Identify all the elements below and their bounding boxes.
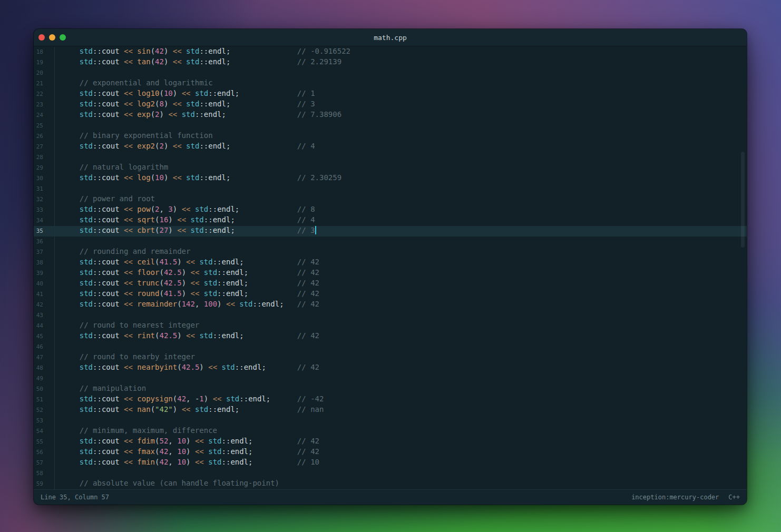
line-code: // round to nearest integer [55, 321, 199, 331]
line-number: 59 [34, 479, 55, 489]
code-line-31[interactable]: 31 [34, 184, 747, 194]
line-code: // power and root [55, 194, 155, 205]
line-code: std::cout << fmin(42, 10) << std::endl; … [55, 458, 319, 468]
line-number: 41 [34, 289, 55, 300]
code-line-41[interactable]: 41 std::cout << round(41.5) << std::endl… [34, 289, 747, 300]
line-code: std::cout << nearbyint(42.5) << std::end… [55, 363, 319, 373]
code-line-43[interactable]: 43 [34, 310, 747, 321]
code-line-18[interactable]: 18 std::cout << sin(42) << std::endl; //… [34, 47, 747, 57]
line-code: std::cout << log10(10) << std::endl; // … [55, 89, 315, 100]
code-line-37[interactable]: 37 // rounding and remainder [34, 247, 747, 258]
line-number: 39 [34, 268, 55, 279]
line-code: std::cout << sqrt(16) << std::endl; // 4 [55, 215, 315, 226]
line-code [55, 373, 62, 384]
code-line-23[interactable]: 23 std::cout << log2(8) << std::endl; //… [34, 100, 747, 110]
line-code: std::cout << remainder(142, 100) << std:… [55, 300, 319, 310]
code-line-55[interactable]: 55 std::cout << fdim(52, 10) << std::end… [34, 437, 747, 447]
line-code [55, 468, 62, 479]
line-number: 53 [34, 416, 55, 426]
line-number: 35 [34, 226, 55, 237]
line-code: std::cout << copysign(42, -1) << std::en… [55, 395, 324, 405]
code-line-35[interactable]: 35 std::cout << cbrt(27) << std::endl; /… [34, 226, 747, 237]
line-number: 42 [34, 300, 55, 310]
code-line-29[interactable]: 29 // natural logarithm [34, 163, 747, 173]
code-line-40[interactable]: 40 std::cout << trunc(42.5) << std::endl… [34, 279, 747, 289]
code-line-27[interactable]: 27 std::cout << exp2(2) << std::endl; //… [34, 142, 747, 152]
traffic-lights [38, 29, 66, 46]
code-line-50[interactable]: 50 // manipulation [34, 384, 747, 395]
code-line-51[interactable]: 51 std::cout << copysign(42, -1) << std:… [34, 395, 747, 405]
code-line-48[interactable]: 48 std::cout << nearbyint(42.5) << std::… [34, 363, 747, 373]
language-indicator[interactable]: C++ [728, 494, 740, 501]
code-line-22[interactable]: 22 std::cout << log10(10) << std::endl; … [34, 89, 747, 100]
line-code: // exponential and logarithmic [55, 78, 213, 89]
line-code: std::cout << nan("42") << std::endl; // … [55, 405, 324, 416]
code-line-45[interactable]: 45 std::cout << rint(42.5) << std::endl;… [34, 331, 747, 342]
line-code: // minimum, maximum, difference [55, 426, 217, 437]
line-number: 18 [34, 47, 55, 57]
code-line-58[interactable]: 58 [34, 468, 747, 479]
line-code: std::cout << floor(42.5) << std::endl; /… [55, 268, 319, 279]
line-code: std::cout << sin(42) << std::endl; // -0… [55, 47, 350, 57]
close-button[interactable] [38, 34, 45, 41]
code-line-46[interactable]: 46 [34, 342, 747, 352]
window-title: math.cpp [34, 34, 747, 42]
code-line-28[interactable]: 28 [34, 152, 747, 163]
code-line-33[interactable]: 33 std::cout << pow(2, 3) << std::endl; … [34, 205, 747, 215]
line-code: std::cout << ceil(41.5) << std::endl; //… [55, 258, 319, 268]
line-code: std::cout << pow(2, 3) << std::endl; // … [55, 205, 315, 215]
code-line-21[interactable]: 21 // exponential and logarithmic [34, 78, 747, 89]
code-line-24[interactable]: 24 std::cout << exp(2) << std::endl; // … [34, 110, 747, 121]
code-line-30[interactable]: 30 std::cout << log(10) << std::endl; //… [34, 173, 747, 184]
code-line-59[interactable]: 59 // absolute value (can handle floatin… [34, 479, 747, 489]
code-lines: 18 std::cout << sin(42) << std::endl; //… [34, 47, 747, 489]
scrollbar-thumb[interactable] [741, 152, 745, 248]
line-number: 44 [34, 321, 55, 331]
line-number: 50 [34, 384, 55, 395]
line-code: std::cout << cbrt(27) << std::endl; // 3 [55, 226, 316, 237]
line-code [55, 68, 62, 78]
line-code [55, 310, 62, 321]
code-line-34[interactable]: 34 std::cout << sqrt(16) << std::endl; /… [34, 215, 747, 226]
line-number: 38 [34, 258, 55, 268]
code-line-36[interactable]: 36 [34, 237, 747, 247]
line-code [55, 416, 62, 426]
line-number: 30 [34, 173, 55, 184]
line-code: std::cout << tan(42) << std::endl; // 2.… [55, 57, 341, 68]
line-number: 27 [34, 142, 55, 152]
code-line-38[interactable]: 38 std::cout << ceil(41.5) << std::endl;… [34, 258, 747, 268]
line-number: 32 [34, 194, 55, 205]
code-line-25[interactable]: 25 [34, 121, 747, 131]
line-number: 29 [34, 163, 55, 173]
code-line-20[interactable]: 20 [34, 68, 747, 78]
code-line-56[interactable]: 56 std::cout << fmax(42, 10) << std::end… [34, 447, 747, 458]
line-number: 34 [34, 215, 55, 226]
line-number: 49 [34, 373, 55, 384]
line-code: std::cout << round(41.5) << std::endl; /… [55, 289, 319, 300]
code-line-44[interactable]: 44 // round to nearest integer [34, 321, 747, 331]
code-line-32[interactable]: 32 // power and root [34, 194, 747, 205]
model-indicator[interactable]: inception:mercury-coder [631, 494, 719, 501]
code-line-57[interactable]: 57 std::cout << fmin(42, 10) << std::end… [34, 458, 747, 468]
line-number: 33 [34, 205, 55, 215]
line-number: 37 [34, 247, 55, 258]
code-line-54[interactable]: 54 // minimum, maximum, difference [34, 426, 747, 437]
code-line-49[interactable]: 49 [34, 373, 747, 384]
code-line-42[interactable]: 42 std::cout << remainder(142, 100) << s… [34, 300, 747, 310]
code-editor[interactable]: 18 std::cout << sin(42) << std::endl; //… [34, 46, 747, 489]
zoom-button[interactable] [60, 34, 66, 41]
code-line-52[interactable]: 52 std::cout << nan("42") << std::endl; … [34, 405, 747, 416]
code-line-39[interactable]: 39 std::cout << floor(42.5) << std::endl… [34, 268, 747, 279]
titlebar[interactable]: math.cpp [34, 29, 747, 46]
minimize-button[interactable] [49, 34, 55, 41]
line-code [55, 152, 62, 163]
cursor-position[interactable]: Line 35, Column 57 [41, 494, 109, 501]
line-code: std::cout << exp2(2) << std::endl; // 4 [55, 142, 315, 152]
code-line-47[interactable]: 47 // round to nearby integer [34, 352, 747, 363]
line-number: 36 [34, 237, 55, 247]
line-number: 28 [34, 152, 55, 163]
line-number: 52 [34, 405, 55, 416]
code-line-53[interactable]: 53 [34, 416, 747, 426]
code-line-19[interactable]: 19 std::cout << tan(42) << std::endl; //… [34, 57, 747, 68]
code-line-26[interactable]: 26 // binary exponential function [34, 131, 747, 142]
